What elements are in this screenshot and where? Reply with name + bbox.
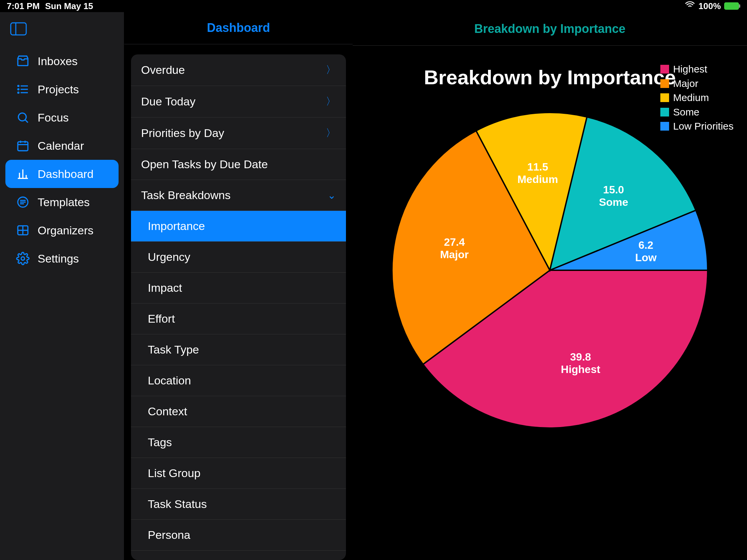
legend-item-major: Major (660, 77, 733, 91)
svg-point-6 (18, 89, 19, 90)
menu-row-context[interactable]: Context (131, 396, 346, 427)
menu-row-label: Open Tasks by Due Date (141, 158, 268, 171)
dashboard-panel: Dashboard Overdue〉Due Today〉Priorities b… (124, 12, 353, 560)
legend-swatch (660, 65, 669, 74)
legend-item-highest: Highest (660, 62, 733, 76)
sidebar-item-inboxes[interactable]: Inboxes (5, 47, 119, 75)
legend-swatch (660, 93, 669, 102)
menu-row-effort[interactable]: Effort (131, 303, 346, 335)
sidebar-item-label: Settings (37, 252, 79, 265)
svg-point-25 (21, 257, 25, 260)
chevron-right-icon: 〉 (326, 63, 336, 77)
sidebar-item-organizers[interactable]: Organizers (5, 216, 119, 244)
svg-point-7 (18, 92, 19, 93)
sidebar-item-label: Dashboard (37, 167, 93, 181)
sidebar-item-label: Templates (37, 196, 90, 209)
menu-row-completed-tasks[interactable]: Completed Tasks〉 (131, 551, 346, 560)
menu-row-list-group[interactable]: List Group (131, 458, 346, 489)
template-icon (16, 195, 30, 209)
chevron-right-icon: 〉 (326, 126, 336, 140)
menu-row-label: Importance (148, 219, 205, 233)
menu-row-label: Tags (148, 436, 172, 449)
svg-line-9 (25, 120, 28, 123)
chevron-right-icon: 〉 (326, 95, 336, 108)
battery-icon (724, 2, 740, 10)
menu-row-overdue[interactable]: Overdue〉 (131, 54, 346, 86)
menu-row-due-today[interactable]: Due Today〉 (131, 86, 346, 117)
dashboard-menu: Overdue〉Due Today〉Priorities by Day〉Open… (131, 54, 346, 560)
menu-row-label: Due Today (141, 95, 196, 108)
dashboard-title: Dashboard (207, 21, 270, 35)
menu-row-label: Location (148, 374, 191, 387)
detail-header: Breakdown by Importance (353, 12, 747, 46)
sidebar-toggle-button[interactable] (0, 19, 124, 47)
menu-row-label: Priorities by Day (141, 127, 224, 140)
menu-row-task-status[interactable]: Task Status (131, 489, 346, 520)
search-icon (16, 111, 30, 124)
menu-row-label: Task Type (148, 343, 199, 356)
sidebar-item-focus[interactable]: Focus (5, 103, 119, 132)
menu-row-task-breakdowns[interactable]: Task Breakdowns⌄ (131, 180, 346, 211)
calendar-icon (16, 139, 30, 153)
grid-icon (16, 223, 30, 237)
legend-label: Highest (673, 62, 707, 76)
slice-label-low: 6.2Low (635, 239, 656, 264)
detail-header-title: Breakdown by Importance (474, 22, 625, 36)
menu-row-label: Effort (148, 312, 175, 325)
svg-point-5 (18, 85, 19, 86)
detail-panel: Breakdown by Importance HighestMajorMedi… (353, 12, 747, 560)
sidebar-item-dashboard[interactable]: Dashboard (5, 160, 119, 188)
menu-row-priorities-by-day[interactable]: Priorities by Day〉 (131, 117, 346, 149)
sidebar-item-projects[interactable]: Projects (5, 75, 119, 103)
dashboard-header: Dashboard (124, 12, 353, 44)
chevron-down-icon: ⌄ (328, 189, 336, 201)
menu-row-label: Urgency (148, 250, 190, 264)
legend-item-medium: Medium (660, 91, 733, 105)
sidebar-item-settings[interactable]: Settings (5, 244, 119, 273)
inbox-icon (16, 54, 30, 68)
status-bar: 7:01 PM Sun May 15 100% (0, 0, 747, 12)
menu-row-label: Overdue (141, 63, 185, 77)
svg-point-8 (19, 113, 26, 121)
status-time: 7:01 PM (7, 1, 40, 11)
sidebar-item-label: Projects (37, 83, 79, 96)
menu-row-label: Context (148, 405, 187, 418)
menu-row-impact[interactable]: Impact (131, 273, 346, 303)
menu-row-task-type[interactable]: Task Type (131, 335, 346, 365)
sidebar-item-label: Organizers (37, 224, 93, 237)
slice-label-some: 15.0Some (599, 184, 628, 209)
status-date: Sun May 15 (45, 1, 93, 11)
wifi-icon (685, 0, 695, 13)
sidebar-item-templates[interactable]: Templates (5, 188, 119, 216)
menu-row-label: Task Status (148, 498, 207, 511)
svg-rect-10 (18, 142, 28, 151)
sidebar-item-label: Focus (37, 111, 69, 124)
slice-label-major: 27.4Major (440, 236, 468, 261)
svg-rect-0 (11, 23, 26, 35)
menu-row-open-tasks-by-due-date[interactable]: Open Tasks by Due Date (131, 149, 346, 180)
battery-percent: 100% (699, 1, 721, 11)
chart-icon (16, 167, 30, 181)
legend-swatch (660, 79, 669, 88)
sidebar-item-calendar[interactable]: Calendar (5, 132, 119, 160)
gear-icon (16, 252, 30, 265)
sidebar-item-label: Inboxes (37, 55, 78, 68)
menu-row-label: Task Breakdowns (141, 189, 230, 202)
menu-row-label: Impact (148, 281, 182, 294)
list-icon (16, 83, 30, 96)
menu-row-location[interactable]: Location (131, 365, 346, 396)
slice-label-highest: 39.8Highest (561, 351, 600, 376)
menu-row-persona[interactable]: Persona (131, 520, 346, 551)
sidebar-item-label: Calendar (37, 139, 84, 153)
menu-row-label: Persona (148, 529, 190, 541)
legend-label: Medium (673, 91, 709, 105)
menu-row-tags[interactable]: Tags (131, 427, 346, 458)
menu-row-label: List Group (148, 466, 201, 480)
legend-label: Major (673, 77, 698, 91)
sidebar: InboxesProjectsFocusCalendarDashboardTem… (0, 12, 124, 560)
menu-row-importance[interactable]: Importance (131, 211, 346, 242)
pie-chart: 39.8Highest27.4Major11.5Medium15.0Some6.… (389, 109, 711, 431)
slice-label-medium: 11.5Medium (517, 161, 558, 186)
menu-row-urgency[interactable]: Urgency (131, 242, 346, 273)
